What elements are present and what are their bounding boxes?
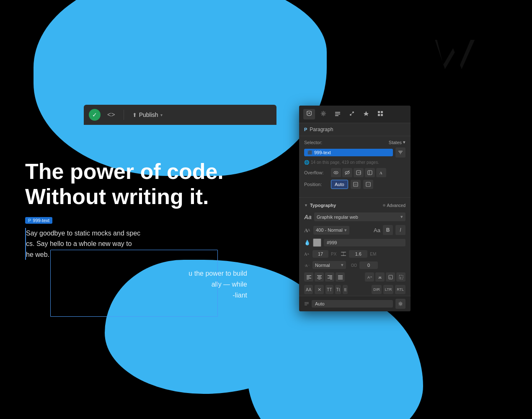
headline: The power of code. Without writing it. [25,159,260,210]
text-box2-button[interactable]: T [396,272,405,282]
overflow-buttons: A [331,168,386,177]
line-height-input[interactable]: 1.6 [349,250,367,258]
svg-rect-9 [378,114,380,116]
color-value[interactable]: #999 [324,239,405,246]
svg-point-5 [350,114,351,116]
advanced-button[interactable]: Advanced [383,203,405,208]
letter-spacing-select[interactable]: Normal ▾ [312,261,346,269]
toolbar-divider [124,110,124,120]
text-box-button[interactable]: T [386,272,395,282]
tab-more[interactable] [374,109,386,119]
section-caret-icon[interactable]: ▼ [304,203,308,207]
badge-text: 999-text [33,218,49,223]
position-row: Position: Auto [304,180,405,189]
headline-line2: Without writing it. [25,184,209,209]
position-absolute-btn[interactable] [363,180,373,189]
publish-label: Publish [139,111,158,118]
strikethrough2-button[interactable]: ✕ [315,285,324,294]
tt-button2[interactable]: Tt [335,285,341,294]
selector-chip[interactable]: ⬛ 999-text [304,149,393,156]
tab-settings[interactable] [318,109,329,119]
font-family-select[interactable]: Graphik regular web ▾ [314,212,405,221]
bold-button[interactable]: B [383,225,393,235]
tab-style[interactable] [303,109,315,119]
svg-rect-7 [378,111,380,113]
overflow-clip-btn[interactable] [365,168,375,177]
states-button[interactable]: States ▾ [389,140,405,145]
svg-text:T: T [400,276,402,279]
svg-rect-10 [381,114,383,116]
overflow-scroll-btn[interactable] [354,168,364,177]
svg-rect-46 [330,279,332,279]
ltr-button[interactable]: LTR [383,285,393,294]
bottom-row: Auto [299,296,411,311]
font-weight-select[interactable]: 400 - Normal ▾ [313,226,349,235]
element-label: Paragraph [310,127,333,132]
auto-label: Auto [315,301,325,306]
selector-options-button[interactable] [395,147,405,158]
svg-rect-12 [399,152,402,153]
strikethrough-button[interactable]: ✕ [375,272,385,282]
svg-rect-45 [328,278,332,279]
gear-button[interactable] [395,299,405,309]
letter-spacing-value: Normal [315,263,330,268]
subtext: Say goodbye to static mocks and spec cs.… [25,228,260,260]
tab-layout[interactable] [332,109,343,119]
align-center-button[interactable] [315,272,324,282]
svg-rect-33 [351,264,354,266]
align-justify-button[interactable] [336,272,345,282]
auto-select[interactable]: Auto [312,300,393,308]
svg-rect-41 [317,278,322,279]
rtl-button[interactable]: RTL [395,285,405,294]
tab-interactions2[interactable] [360,109,372,119]
uppercase-button[interactable]: AA [304,285,313,294]
color-swatch[interactable] [313,238,321,247]
size-row: AA 17 PX 1.6 EM [299,248,411,259]
svg-text:T: T [389,276,391,279]
font-family-value: Graphik regular web [317,215,358,220]
svg-rect-47 [338,275,343,276]
svg-rect-44 [329,277,332,277]
overflow-hidden-btn[interactable] [342,168,352,177]
tab-interactions1[interactable] [346,109,358,119]
svg-text:A: A [367,275,370,279]
advanced-label: Advanced [387,203,405,208]
right-panel: P Paragraph Selector: States ▾ ⬛ 999-tex… [299,106,411,311]
content-area: The power of code. Without writing it. P… [25,159,260,300]
svg-rect-40 [318,277,321,277]
selector-badge: P 999-text [25,217,52,224]
selector-row: Selector: States ▾ [304,140,405,145]
tt-button3[interactable]: tt [343,285,348,294]
toolbar: ✓ <> ⬆ Publish ▾ [84,105,276,125]
line-height-unit: EM [370,252,376,256]
font-family-row: Aa Graphik regular web ▾ [299,210,411,223]
overflow-text-btn[interactable]: A [376,168,386,177]
svg-rect-35 [307,275,311,276]
font-weight-row: AA 400 - Normal ▾ Aa B I [299,223,411,237]
svg-point-61 [400,303,401,305]
align-left-button[interactable] [304,272,313,282]
overflow-visible-btn[interactable] [331,168,341,177]
italic-button[interactable]: I [395,225,405,235]
align-right-button[interactable] [325,272,334,282]
dir-button[interactable]: DIR [372,285,382,294]
position-relative-btn[interactable] [351,180,361,189]
panel-tabs [299,106,411,123]
svg-rect-4 [335,115,338,116]
letter-spacing-chevron-icon: ▾ [341,262,343,268]
publish-button[interactable]: ⬆ Publish ▾ [129,110,166,120]
font-size-input[interactable]: 17 [312,250,328,258]
svg-text:A: A [380,171,382,175]
align-row: A ✕ T T [299,271,411,283]
svg-rect-49 [338,278,343,279]
tt-button1[interactable]: TT [325,285,333,294]
color-row: 💧 #999 [299,237,411,248]
indent-first-button[interactable]: A [365,272,374,282]
selector-section: Selector: States ▾ ⬛ 999-text 🌐 14 on th… [299,136,411,195]
code-icon[interactable]: <> [104,109,119,120]
position-auto-btn[interactable]: Auto [331,180,348,189]
check-icon[interactable]: ✓ [89,109,101,121]
word-spacing-input[interactable]: 0 [359,261,378,269]
svg-text:A: A [307,228,310,232]
typography-header: ▼ Typography Advanced [299,200,411,210]
